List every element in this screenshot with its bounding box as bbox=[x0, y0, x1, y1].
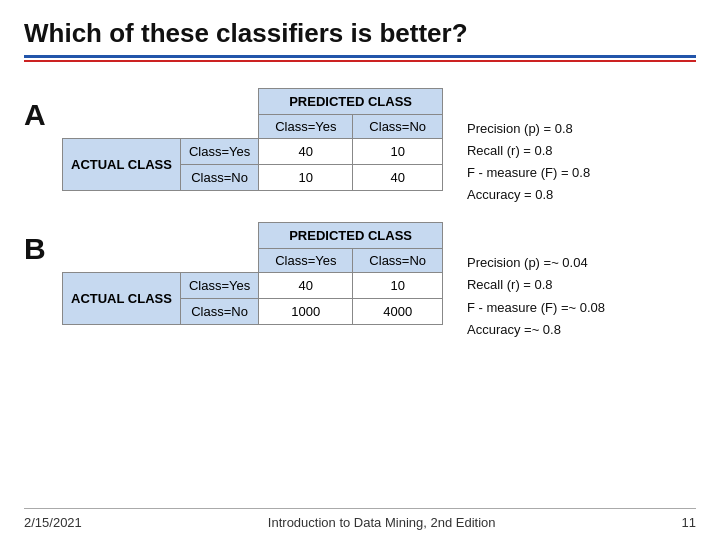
page-title: Which of these classifiers is better? bbox=[0, 0, 720, 55]
section-b-metric-1: Recall (r) = 0.8 bbox=[467, 274, 605, 296]
section-b-table: PREDICTED CLASS Class=Yes Class=No ACTUA… bbox=[62, 222, 443, 325]
section-a-table: PREDICTED CLASS Class=Yes Class=No ACTUA… bbox=[62, 88, 443, 191]
section-a-metric-2: F - measure (F) = 0.8 bbox=[467, 162, 590, 184]
section-a-letter: A bbox=[24, 98, 54, 132]
section-a-metric-3: Accuracy = 0.8 bbox=[467, 184, 590, 206]
footer-date: 2/15/2021 bbox=[24, 515, 82, 530]
footer-course: Introduction to Data Mining, 2nd Edition bbox=[268, 515, 496, 530]
section-a-metric-1: Recall (r) = 0.8 bbox=[467, 140, 590, 162]
section-b-col-yes: Class=Yes bbox=[259, 249, 353, 273]
footer-page: 11 bbox=[682, 515, 696, 530]
section-b-r1c1: 4000 bbox=[353, 299, 443, 325]
section-a-row1-label: Class=No bbox=[180, 165, 258, 191]
section-a-r0c0: 40 bbox=[259, 139, 353, 165]
section-a-actual-label: ACTUAL CLASS bbox=[63, 139, 181, 191]
section-b-metric-3: Accuracy =~ 0.8 bbox=[467, 319, 605, 341]
section-a-metrics: Precision (p) = 0.8 Recall (r) = 0.8 F -… bbox=[467, 118, 590, 206]
section-b-col-no: Class=No bbox=[353, 249, 443, 273]
section-b-metric-0: Precision (p) =~ 0.04 bbox=[467, 252, 605, 274]
section-b-predicted-header: PREDICTED CLASS bbox=[259, 223, 443, 249]
section-b-r0c0: 40 bbox=[259, 273, 353, 299]
section-b-metrics: Precision (p) =~ 0.04 Recall (r) = 0.8 F… bbox=[467, 252, 605, 340]
section-a-r1c0: 10 bbox=[259, 165, 353, 191]
section-a-r1c1: 40 bbox=[353, 165, 443, 191]
section-a-r0c1: 10 bbox=[353, 139, 443, 165]
footer: 2/15/2021 Introduction to Data Mining, 2… bbox=[24, 508, 696, 530]
content-area: A PREDICTED CLASS Class=Yes Class=No bbox=[0, 62, 720, 341]
section-a-row0-label: Class=Yes bbox=[180, 139, 258, 165]
section-b-letter: B bbox=[24, 232, 54, 266]
section-b: B PREDICTED CLASS Class=Yes Class=No bbox=[24, 222, 696, 340]
section-b-r1c0: 1000 bbox=[259, 299, 353, 325]
section-b-r0c1: 10 bbox=[353, 273, 443, 299]
section-a-col-yes: Class=Yes bbox=[259, 115, 353, 139]
section-b-actual-label: ACTUAL CLASS bbox=[63, 273, 181, 325]
section-b-row1-label: Class=No bbox=[180, 299, 258, 325]
divider-blue bbox=[24, 55, 696, 58]
section-a-metric-0: Precision (p) = 0.8 bbox=[467, 118, 590, 140]
section-b-metric-2: F - measure (F) =~ 0.08 bbox=[467, 297, 605, 319]
section-a: A PREDICTED CLASS Class=Yes Class=No bbox=[24, 88, 696, 206]
section-a-col-no: Class=No bbox=[353, 115, 443, 139]
section-b-row0-label: Class=Yes bbox=[180, 273, 258, 299]
section-a-predicted-header: PREDICTED CLASS bbox=[259, 89, 443, 115]
